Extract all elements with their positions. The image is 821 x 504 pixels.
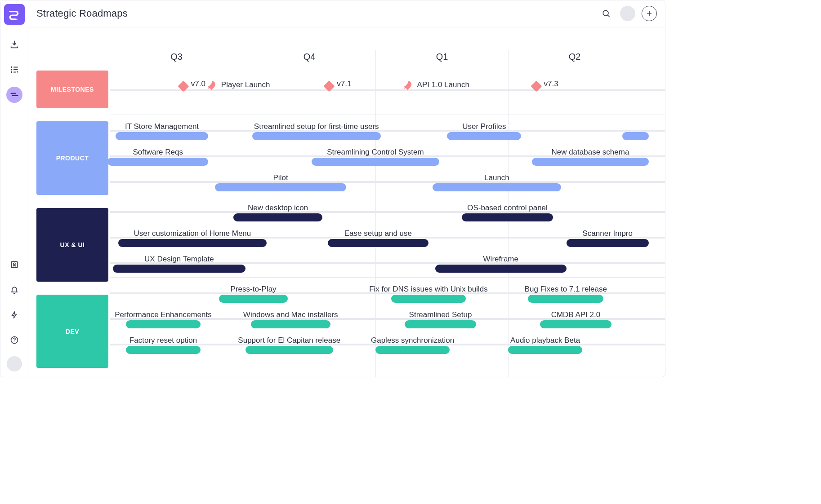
milestone-label: Player Launch [221,80,270,90]
sidebar-avatar[interactable] [7,356,22,371]
nav-import-icon[interactable] [6,36,22,53]
roadmap-item-bar [252,132,381,140]
roadmap-item[interactable]: IT Store Management [116,115,209,140]
roadmap-item-label: UX Design Template [142,255,217,264]
roadmap: MILESTONESPRODUCTUX & UIDEV Q3Q4Q1Q2 v7.… [28,27,665,377]
roadmap-item[interactable]: Audio playback Beta [508,328,582,354]
roadmap-item[interactable]: Pilot [215,166,346,191]
sidebar [0,0,28,377]
lane-label-uxui[interactable]: UX & UI [36,208,108,281]
roadmap-item[interactable]: CMDB API 2.0 [540,303,611,328]
roadmap-item-bar [391,295,465,303]
roadmap-item-bar [462,213,553,221]
roadmap-item-bar [375,346,450,354]
roadmap-item-label: Bug Fixes to 7.1 release [522,285,610,294]
roadmap-item[interactable]: Fix for DNS issues with Unix builds [391,277,465,303]
roadmap-item[interactable]: Software Reqs [108,140,208,166]
quarter-header: Q1 [375,50,508,71]
roadmap-item-bar [215,183,346,191]
header: Strategic Roadmaps + [28,0,665,27]
roadmap-item-label: Ease setup and use [342,229,415,238]
app-window: Strategic Roadmaps + MILESTONESPRODUCTUX… [0,0,665,377]
roadmap-item[interactable]: OS-based control panel [462,196,553,221]
roadmap-item[interactable]: Streamlined Setup [405,303,476,328]
roadmap-item[interactable] [622,115,649,140]
lane-label-milestones[interactable]: MILESTONES [36,71,108,108]
diamond-icon [531,80,542,92]
roadmap-item[interactable]: Ease setup and use [328,221,428,247]
roadmap-item-bar [219,295,288,303]
roadmap-item-bar [508,346,582,354]
roadmap-item[interactable]: Scanner Impro [567,221,649,247]
diamond-icon [178,80,189,92]
roadmap-item-bar [328,239,428,247]
nav-contacts-icon[interactable] [6,256,22,273]
nav-timeline-icon[interactable] [6,87,22,103]
main-panel: Strategic Roadmaps + MILESTONESPRODUCTUX… [28,0,665,377]
roadmap-item[interactable]: Support for El Capitan release [245,328,333,354]
milestone-label: API 1.0 Launch [417,80,469,90]
nav-help-icon[interactable] [6,332,22,348]
roadmap-item[interactable]: Performance Enhancements [126,303,200,328]
app-logo[interactable] [4,4,25,25]
roadmap-item[interactable]: Windows and Mac installers [251,303,330,328]
roadmap-item-label: Performance Enhancements [112,310,214,319]
header-avatar[interactable] [620,6,635,21]
roadmap-item[interactable]: Launch [433,166,561,191]
roadmap-item[interactable]: New database schema [532,140,649,166]
milestone-label: v7.0 [191,80,205,89]
milestone[interactable]: API 1.0 Launch [401,80,469,90]
add-button[interactable]: + [642,6,657,21]
download-tray-icon [9,40,19,49]
svg-point-7 [14,342,14,342]
milestone[interactable]: v7.3 [532,80,558,89]
roadmap-item-label: IT Store Management [122,122,201,131]
roadmap-item[interactable]: Press-to-Play [219,277,288,303]
milestone[interactable]: Player Launch [205,80,270,90]
roadmap-item[interactable]: Streamlined setup for first-time users [252,115,381,140]
nav-activity-icon[interactable] [6,307,22,323]
lane-row: Software ReqsStreamlining Control System… [110,140,665,166]
roadmap-item[interactable]: Wireframe [435,247,567,273]
search-button[interactable] [598,6,614,21]
checklist-icon [9,65,19,75]
roadmap-item[interactable]: New desktop icon [233,196,322,221]
lane-labels: MILESTONESPRODUCTUX & UIDEV [36,50,108,377]
roadmap-item-label: New database schema [549,148,632,157]
milestone[interactable]: v7.0 [179,80,205,89]
roadmap-item[interactable]: UX Design Template [113,247,245,273]
svg-point-0 [16,18,18,20]
roadmap-item-label: Support for El Capitan release [235,336,343,345]
roadmap-item-label: Pilot [271,173,291,182]
rocket-icon [205,80,218,92]
roadmap-item-label: Fix for DNS issues with Unix builds [366,285,491,294]
roadmap-item[interactable]: User Profiles [447,115,521,140]
nav-list-icon[interactable] [6,62,22,78]
lane-label-product[interactable]: PRODUCT [36,121,108,195]
svg-point-1 [11,67,12,68]
lane-row: Press-to-PlayFix for DNS issues with Uni… [110,277,665,303]
milestone[interactable]: v7.1 [325,80,351,89]
svg-point-2 [11,69,12,70]
roadmap-item-bar [567,239,649,247]
roadmap-item-label: Windows and Mac installers [241,310,341,319]
roadmap-item[interactable]: Streamlining Control System [312,140,439,166]
roadmap-item-bar [312,158,439,166]
roadmap-item-bar [126,346,200,354]
roadmap-item[interactable]: User customization of Home Menu [118,221,267,247]
svg-point-8 [603,11,608,16]
nav-primary [6,36,22,103]
lane-row: Performance EnhancementsWindows and Mac … [110,303,665,328]
roadmap-item-label: Scanner Impro [580,229,635,238]
roadmap-item-bar [435,265,567,273]
lane-row: User customization of Home MenuEase setu… [110,221,665,247]
roadmap-item[interactable]: Gapless synchronization [375,328,450,354]
roadmap-item[interactable]: Bug Fixes to 7.1 release [528,277,603,303]
lane-dev: Press-to-PlayFix for DNS issues with Uni… [110,277,665,354]
contact-card-icon [10,260,19,269]
roadmap-item-label: Gapless synchronization [368,336,457,345]
roadmap-item[interactable]: Factory reset option [126,328,200,354]
lane-label-dev[interactable]: DEV [36,295,108,368]
timeline-wrap[interactable]: Q3Q4Q1Q2 v7.0Player Launchv7.1API 1.0 La… [108,50,665,377]
nav-notifications-icon[interactable] [6,282,22,298]
